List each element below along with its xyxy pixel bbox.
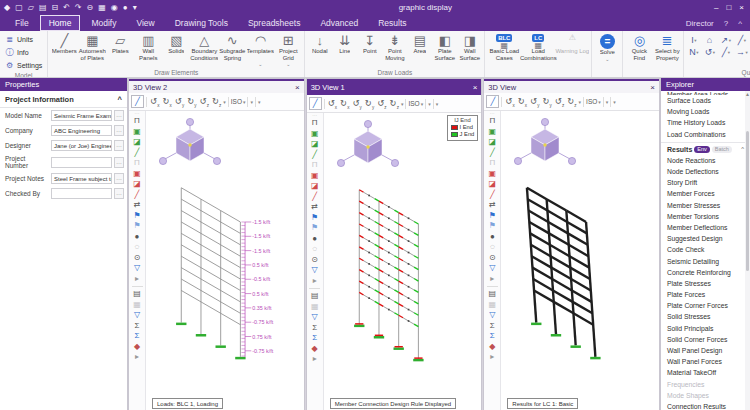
qv-member-view-icon[interactable]: ╱▾ — [734, 35, 749, 45]
view-options-caret[interactable]: ▾ — [250, 99, 253, 105]
unselect-members-icon[interactable]: ▣ — [311, 171, 319, 182]
spreadsheet-icon[interactable]: ▦ — [98, 3, 106, 12]
members-button[interactable]: ╱ Members — [50, 32, 78, 66]
solids-button[interactable]: ▧ Solids — [162, 32, 190, 66]
window-control-button[interactable]: – — [714, 3, 718, 12]
snapshot-icon[interactable]: ▦ — [311, 302, 319, 313]
lock-unselected-icon[interactable]: ◌ — [312, 244, 317, 255]
point-load-button[interactable]: ↧ Point — [357, 32, 382, 66]
scrollbar-thumb[interactable] — [746, 131, 749, 271]
field-ellipsis-button[interactable]: … — [114, 173, 124, 184]
lock-selection-icon[interactable]: ● — [490, 232, 495, 243]
save-icon[interactable]: ▤ — [39, 3, 47, 12]
menu-tab[interactable]: Advanced — [311, 15, 367, 31]
explorer-item[interactable]: Solid Corner Forces — [661, 334, 750, 345]
view-header[interactable]: 3D View 2 × — [129, 79, 304, 93]
plate-surface-load-button[interactable]: ◧ Plate Surface — [432, 32, 457, 66]
draw-mode-button[interactable]: ╱ — [309, 97, 322, 110]
model-canvas-results[interactable]: Results for LC 1: Basic — [501, 111, 659, 410]
close-icon[interactable]: × — [650, 83, 655, 92]
unselect-plates-icon[interactable]: ◪ — [133, 179, 141, 190]
filter-funnel-icon[interactable]: ▽ — [489, 263, 495, 274]
criteria-unselect-icon[interactable]: ⚑ — [133, 221, 140, 232]
print-icon[interactable]: ⊟ — [51, 3, 58, 12]
explorer-item[interactable]: Member Forces — [661, 188, 750, 199]
view-options-caret[interactable]: ▾ — [428, 101, 431, 107]
solve-quick-icon[interactable]: ⊖ — [87, 3, 94, 12]
rotate-ccw-y-button[interactable]: ↺y — [529, 96, 540, 108]
view-header-active[interactable]: 3D View 1 × — [307, 79, 482, 95]
titlebar-right-item[interactable]: ? — [724, 19, 728, 28]
titlebar-right-item[interactable]: Director — [686, 19, 714, 28]
menu-tab[interactable]: Home — [40, 15, 81, 31]
select-diagonal-icon[interactable]: ╱ — [135, 148, 140, 159]
explorer-item[interactable]: Concrete Reinforcing — [661, 267, 750, 278]
window-control-button[interactable]: □ — [726, 3, 731, 12]
rotate-cw-x-button[interactable]: ↻x — [517, 96, 528, 108]
window-control-button[interactable]: × — [739, 3, 744, 12]
menu-tab[interactable]: Modify — [82, 15, 125, 31]
qv-node-view-icon[interactable]: ↗▾ — [718, 35, 733, 45]
view-filter-icon[interactable]: ▽ — [312, 312, 318, 323]
explorer-item[interactable]: Solid Principals — [661, 323, 750, 334]
view-header[interactable]: 3D View × — [484, 79, 659, 93]
explorer-item[interactable]: Member Deflections — [661, 222, 750, 233]
visibility-eye-icon[interactable]: ⊙ — [489, 253, 496, 264]
field-ellipsis-button[interactable]: … — [114, 110, 124, 121]
nodal-load-button[interactable]: ↓ Nodal — [307, 32, 332, 66]
rotate-ccw-x-button[interactable]: ↺x — [149, 96, 160, 108]
field-ellipsis-button[interactable]: … — [114, 157, 124, 168]
camera-icon[interactable]: ◉ — [111, 3, 118, 12]
new-file-icon[interactable]: ▢ — [15, 3, 23, 12]
qv-releases-icon[interactable]: →▾ — [734, 47, 749, 57]
line-load-button[interactable]: ⇊ Line — [332, 32, 357, 66]
settings-button[interactable]: ⚙ Settings — [2, 60, 45, 71]
range-select-icon[interactable]: ⇄ — [489, 200, 496, 211]
explorer-item[interactable]: Material TakeOff — [661, 367, 750, 378]
area-load-button[interactable]: ▤ Area — [407, 32, 432, 66]
render-mode-icon[interactable]: ◆ — [489, 342, 495, 353]
explorer-item[interactable]: Plate Stresses — [661, 278, 750, 289]
qv-iso-home-icon[interactable]: ⌂ — [702, 35, 717, 45]
basic-load-cases-button[interactable]: BLC ▦ Basic Load Cases — [487, 32, 521, 62]
titlebar-right-item[interactable]: ^ — [738, 19, 742, 28]
explorer-item[interactable]: Story Drift — [661, 177, 750, 188]
rotate-ccw-z-button[interactable]: ↺z — [199, 96, 210, 108]
sum-all-icon[interactable]: Σ — [135, 321, 140, 332]
field-value-input[interactable] — [51, 157, 112, 168]
qv-member-labels-icon[interactable]: ╱▾ — [718, 47, 733, 57]
project-grid-button[interactable]: ⊞ Project Grid ⌄ — [274, 32, 302, 66]
unselect-members-icon[interactable]: ▣ — [133, 169, 141, 180]
explorer-item[interactable]: Member Torsions — [661, 211, 750, 222]
plates-button[interactable]: ▱ Plates — [106, 32, 134, 66]
select-plates-icon[interactable]: ◪ — [133, 137, 141, 148]
lock-selection-icon[interactable]: ● — [135, 232, 140, 243]
model-canvas-loads[interactable]: -1.5 k/ft-1.5 k/ft-1.5 k/ft0.5 k/ft-0.5 … — [146, 111, 304, 410]
field-ellipsis-button[interactable]: … — [114, 188, 124, 199]
undo-icon[interactable]: ↶ — [63, 3, 70, 12]
rotate-more-caret[interactable]: ▾ — [579, 99, 582, 105]
explorer-header[interactable]: Explorer — [661, 78, 750, 91]
select-members-icon[interactable]: Π — [312, 118, 318, 129]
save-view-icon[interactable]: ▤ — [489, 289, 497, 300]
criteria-unselect-icon[interactable]: ⚑ — [489, 221, 496, 232]
snapshot-icon[interactable]: ▦ — [133, 300, 141, 311]
subgrade-spring-button[interactable]: ∿ Subgrade Spring — [218, 32, 246, 66]
explorer-item[interactable]: Node Reactions — [661, 155, 750, 166]
report-icon[interactable]: ● — [123, 3, 128, 12]
explorer-item[interactable]: Solid Stresses — [661, 311, 750, 322]
menu-tab[interactable]: View — [127, 15, 163, 31]
explorer-scrollbar[interactable]: ▲ — [745, 91, 750, 410]
collapse-caret[interactable]: ^ — [118, 95, 122, 104]
unselect-members-icon[interactable]: ▣ — [489, 169, 497, 180]
rotate-cw-y-button[interactable]: ↻y — [186, 96, 197, 108]
units-button[interactable]: ≣ Units — [2, 34, 36, 45]
box-select-members-icon[interactable]: ▣ — [489, 127, 497, 138]
menu-tab[interactable]: File — [6, 15, 38, 31]
select-members-off-icon[interactable]: Π — [489, 158, 495, 169]
box-select-members-icon[interactable]: ▣ — [311, 129, 319, 140]
iso-view-select[interactable]: ISO▾ — [586, 98, 601, 105]
more-tools-chevron-2[interactable]: ▸ — [313, 354, 317, 365]
criteria-select-icon[interactable]: ⚑ — [133, 211, 140, 222]
explorer-item[interactable]: Wall Panel Forces — [661, 356, 750, 367]
